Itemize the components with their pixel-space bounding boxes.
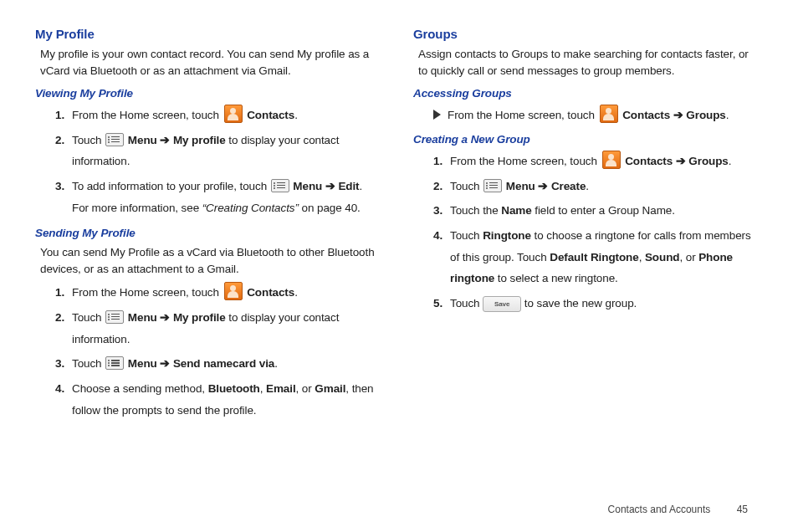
- heading-groups: Groups: [413, 27, 758, 41]
- creating-new-group-steps: From the Home screen, touch Contacts ➔ G…: [413, 151, 758, 314]
- list-item: Touch Save to save the new group.: [450, 293, 758, 315]
- list-item: Touch Ringtone to choose a ringtone for …: [450, 225, 758, 289]
- list-item: Touch Menu ➔ Send namecard via.: [72, 353, 380, 375]
- list-item: From the Home screen, touch Contacts.: [72, 105, 380, 126]
- sending-my-profile-desc: You can send My Profile as a vCard via B…: [40, 244, 380, 277]
- groups-desc: Assign contacts to Groups to make search…: [418, 46, 758, 79]
- heading-my-profile: My Profile: [35, 27, 380, 41]
- menu-icon: [105, 356, 124, 370]
- menu-icon: [483, 179, 502, 192]
- contacts-icon: [224, 282, 243, 300]
- page-number: 45: [737, 504, 748, 515]
- list-item: Touch Menu ➔ Create.: [450, 176, 758, 197]
- menu-icon: [271, 179, 289, 192]
- my-profile-desc: My profile is your own contact record. Y…: [40, 46, 380, 79]
- right-column: Groups Assign contacts to Groups to make…: [413, 27, 758, 426]
- menu-icon: [105, 310, 124, 324]
- accessing-groups-step: From the Home screen, touch Contacts ➔ G…: [413, 105, 758, 125]
- list-item: Touch Menu ➔ My profile to display your …: [72, 130, 380, 172]
- left-column: My Profile My profile is your own contac…: [35, 27, 380, 426]
- heading-creating-a-new-group: Creating a New Group: [413, 133, 758, 146]
- contacts-icon: [600, 105, 618, 123]
- heading-sending-my-profile: Sending My Profile: [35, 227, 380, 239]
- save-button-icon: Save: [483, 296, 521, 312]
- triangle-bullet-icon: [433, 110, 441, 120]
- page-content: My Profile My profile is your own contac…: [0, 0, 798, 436]
- list-item: To add information to your profile, touc…: [72, 176, 380, 218]
- contacts-icon: [602, 151, 621, 169]
- list-item: Touch Menu ➔ My profile to display your …: [72, 307, 380, 350]
- list-item: Touch the Name field to enter a Group Na…: [450, 200, 758, 222]
- footer-section: Contacts and Accounts: [608, 504, 711, 515]
- menu-icon: [105, 133, 124, 146]
- heading-viewing-my-profile: Viewing My Profile: [35, 87, 380, 100]
- heading-accessing-groups: Accessing Groups: [413, 87, 758, 100]
- viewing-my-profile-steps: From the Home screen, touch Contacts. To…: [35, 105, 380, 218]
- sending-my-profile-steps: From the Home screen, touch Contacts. To…: [35, 282, 380, 421]
- list-item: Choose a sending method, Bluetooth, Emai…: [72, 378, 380, 421]
- list-item: From the Home screen, touch Contacts ➔ G…: [450, 151, 758, 172]
- contacts-icon: [224, 105, 243, 123]
- page-footer: Contacts and Accounts 45: [608, 504, 748, 515]
- list-item: From the Home screen, touch Contacts.: [72, 282, 380, 304]
